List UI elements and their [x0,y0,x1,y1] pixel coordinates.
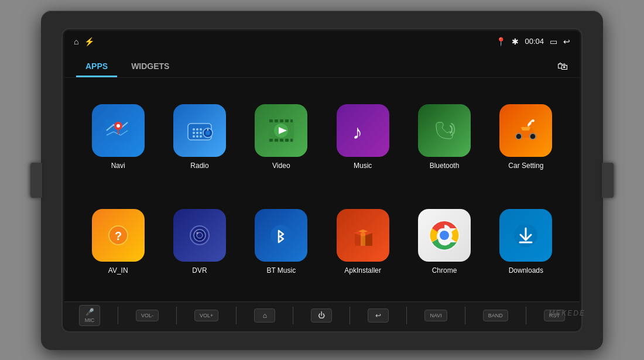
app-downloads[interactable]: Downloads [490,194,562,290]
svg-point-7 [193,128,195,131]
svg-rect-30 [290,139,293,142]
back-nav-icon: ↩ [563,37,570,46]
app-icon-btmusic [255,209,307,262]
back-button[interactable]: ↩ [368,308,389,323]
clock: 00:04 [525,37,544,46]
navi-btn-label: NAVI [430,313,441,318]
svg-point-15 [200,135,202,138]
brand-label: MEKEDE [549,309,585,317]
app-label-navi: Navi [111,162,125,170]
app-icon-navi [92,104,145,157]
app-label-bluetooth: Bluetooth [430,162,460,170]
app-apkinstaller[interactable]: ApkInstaller [327,194,399,290]
app-btmusic[interactable]: BT Music [245,194,317,290]
app-icon-bluetooth [418,104,471,157]
app-label-apkinstaller: ApkInstaller [344,266,381,275]
status-bar-left: ⌂ ⚡ [74,37,94,46]
usb-icon: ⚡ [84,37,94,46]
back-icon: ↩ [375,311,381,320]
svg-point-11 [196,132,198,134]
btn-divider-4 [293,307,293,324]
tab-apps[interactable]: APPS [76,57,117,77]
app-video[interactable]: Video [245,90,317,185]
svg-rect-26 [269,139,273,142]
svg-rect-21 [269,119,273,122]
app-label-avin: AV_IN [108,266,128,275]
btn-divider-2 [176,307,177,324]
mic-label: MIC [85,317,95,323]
power-icon: ⏻ [318,311,325,320]
svg-point-17 [205,131,210,135]
vol-up-button[interactable]: VOL+ [194,310,218,321]
svg-point-58 [440,231,449,240]
store-icon[interactable]: 🛍 [557,60,568,77]
app-icon-music: ♪ [337,104,389,157]
band-label: BAND [488,313,503,318]
screen: ⌂ ⚡ 📍 ✱ 00:04 ▭ ↩ APPS WIDGETS 🛍 [64,31,580,330]
app-avin[interactable]: ? AV_IN [82,194,154,290]
btn-divider-1 [118,307,118,324]
app-icon-carsetting [499,104,552,157]
app-label-carsetting: Car Setting [508,162,543,170]
mic-button[interactable]: 🎤 MIC [79,305,100,326]
svg-point-10 [196,128,198,131]
tab-bar: APPS WIDGETS 🛍 [64,52,580,78]
app-icon-chrome [418,209,471,262]
tab-widgets[interactable]: WIDGETS [122,57,179,77]
navi-button[interactable]: NAVI [424,310,447,321]
btn-divider-5 [350,307,350,324]
svg-point-9 [193,135,195,138]
app-icon-dvr [173,209,226,262]
app-label-radio: Radio [190,162,208,170]
svg-rect-24 [285,119,289,122]
app-radio[interactable]: Radio [163,90,235,185]
vol-up-label: VOL+ [200,313,213,318]
vol-down-button[interactable]: VOL- [136,310,159,321]
svg-point-12 [196,135,198,138]
vol-down-label: VOL- [141,313,153,318]
band-button[interactable]: BAND [483,310,508,321]
app-icon-avin: ? [92,209,145,262]
device-unit: ⌂ ⚡ 📍 ✱ 00:04 ▭ ↩ APPS WIDGETS 🛍 [41,11,603,350]
bluetooth-status-icon: ✱ [512,37,519,46]
svg-text:♪: ♪ [352,121,362,143]
status-bar-right: 📍 ✱ 00:04 ▭ ↩ [496,37,570,46]
home-button[interactable]: ⌂ [254,308,275,323]
svg-point-50 [196,232,198,234]
svg-rect-27 [275,139,278,142]
svg-text:?: ? [115,229,122,242]
home-btn-icon: ⌂ [263,311,267,320]
svg-rect-22 [275,119,278,122]
svg-rect-29 [285,139,289,142]
app-bluetooth[interactable]: Bluetooth [408,90,480,185]
windows-icon: ▭ [550,37,557,46]
svg-rect-23 [280,119,283,122]
button-bar: 🎤 MIC VOL- VOL+ ⌂ ⏻ ↩ [64,301,580,330]
app-chrome[interactable]: Chrome [408,194,480,290]
svg-rect-25 [290,119,293,122]
app-icon-downloads [499,209,552,262]
app-carsetting[interactable]: Car Setting [490,90,562,185]
app-label-downloads: Downloads [509,266,543,275]
btn-divider-6 [406,307,407,324]
btn-divider-7 [465,307,465,324]
svg-rect-28 [280,139,283,142]
app-music[interactable]: ♪ Music [327,90,399,185]
app-label-video: Video [272,162,290,170]
home-icon: ⌂ [74,37,78,46]
power-button[interactable]: ⏻ [311,308,332,323]
app-navi[interactable]: Navi [82,90,154,185]
app-label-chrome: Chrome [432,266,457,275]
svg-point-14 [200,132,202,134]
app-grid: Navi [64,78,580,301]
app-label-music: Music [354,162,372,170]
svg-point-8 [193,132,195,134]
btn-divider-3 [236,307,237,324]
app-icon-apkinstaller [337,209,389,262]
app-dvr[interactable]: DVR [163,194,235,290]
app-icon-radio [173,104,226,157]
status-bar: ⌂ ⚡ 📍 ✱ 00:04 ▭ ↩ [64,31,580,52]
mic-icon: 🎤 [85,308,94,316]
app-icon-video [255,104,307,157]
btn-divider-8 [526,307,526,324]
